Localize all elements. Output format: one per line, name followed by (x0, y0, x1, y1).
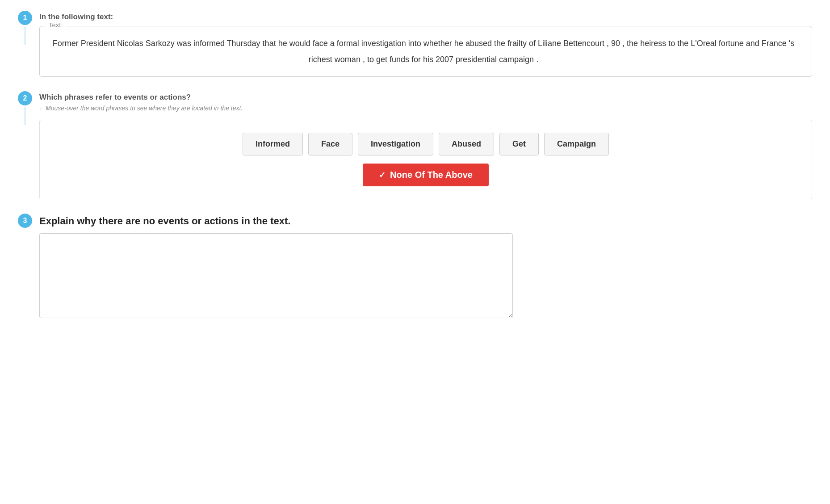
check-icon: ✓ (379, 170, 386, 180)
step-2-content: Which phrases refer to events or actions… (39, 91, 812, 199)
step-3-label: Explain why there are no events or actio… (39, 215, 812, 227)
step-3-content: Explain why there are no events or actio… (39, 214, 812, 320)
step-1: 1 In the following text: Text: Former Pr… (18, 11, 812, 77)
option-informed[interactable]: Informed (243, 133, 303, 155)
hint-text: Mouse-over the word phrases to see where… (39, 105, 812, 112)
options-row: Informed Face Investigation Abused Get C… (49, 133, 803, 155)
explanation-textarea[interactable] (39, 233, 513, 318)
option-get[interactable]: Get (499, 133, 539, 155)
step-1-indicator: 1 (18, 11, 32, 45)
text-box-content: Former President Nicolas Sarkozy was inf… (49, 35, 798, 67)
step-1-label: In the following text: (39, 13, 812, 21)
question-label: Which phrases refer to events or actions… (39, 93, 812, 102)
step-2-line (25, 107, 25, 125)
step-2: 2 Which phrases refer to events or actio… (18, 91, 812, 199)
text-box: Text: Former President Nicolas Sarkozy w… (39, 26, 812, 77)
step-1-line (25, 27, 25, 45)
step-2-indicator: 2 (18, 91, 32, 125)
page-container: 1 In the following text: Text: Former Pr… (0, 11, 830, 320)
option-abused[interactable]: Abused (439, 133, 494, 155)
none-of-the-above-button[interactable]: ✓ None Of The Above (363, 164, 489, 186)
none-above-label: None Of The Above (390, 170, 473, 180)
option-investigation[interactable]: Investigation (358, 133, 433, 155)
none-above-row: ✓ None Of The Above (49, 164, 803, 186)
step-3-indicator: 3 (18, 214, 32, 228)
step-1-content: In the following text: Text: Former Pres… (39, 11, 812, 77)
step-3: 3 Explain why there are no events or act… (18, 214, 812, 320)
step-3-circle: 3 (18, 214, 32, 228)
step-1-circle: 1 (18, 11, 32, 25)
text-box-label: Text: (46, 21, 66, 29)
options-container: Informed Face Investigation Abused Get C… (39, 120, 812, 199)
option-campaign[interactable]: Campaign (544, 133, 609, 155)
step-2-circle: 2 (18, 91, 32, 105)
option-face[interactable]: Face (308, 133, 352, 155)
